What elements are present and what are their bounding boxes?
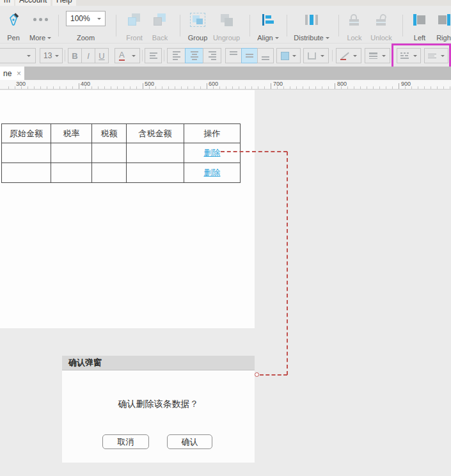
line-color-button[interactable] (336, 48, 361, 63)
ruler-tick-label: 800 (337, 81, 347, 87)
fill-color-swatch-icon (281, 52, 289, 60)
align-label: Align (257, 34, 278, 42)
chevron-down-icon (326, 37, 329, 39)
font-size-value: 13 (44, 51, 52, 60)
table-cell (2, 143, 51, 163)
bring-to-front-icon (127, 11, 141, 28)
more-dots-icon (32, 11, 49, 28)
align-right-edge-button[interactable]: Right (434, 11, 451, 42)
zoom-dropdown[interactable]: 100% (66, 11, 106, 26)
ruler-tick-label: 500 (145, 81, 154, 87)
menu-item-help[interactable]: Help (52, 0, 76, 6)
line-width-button[interactable] (365, 48, 390, 63)
tax-table[interactable]: 原始金额 税率 税额 含税金额 操作 删除 删除 (1, 123, 241, 183)
align-text-right-button[interactable] (203, 48, 221, 63)
ungroup-label: Ungroup (213, 34, 240, 42)
bold-button[interactable]: B (68, 48, 82, 63)
chevron-down-icon (275, 37, 279, 39)
list-style-button[interactable] (145, 48, 162, 63)
column-header: 税额 (92, 124, 127, 143)
toolbar-separator (332, 50, 333, 61)
ruler-tick-label: 700 (273, 81, 283, 87)
delete-link[interactable]: 删除 (204, 168, 221, 177)
zoom-label: Zoom (77, 34, 95, 42)
ruler-tick-label: 400 (81, 81, 90, 87)
toolbar-separator (287, 15, 287, 36)
design-canvas[interactable]: 原始金额 税率 税额 含税金额 操作 删除 删除 确认弹窗 (0, 90, 451, 476)
left-label: Left (414, 34, 425, 42)
table-cell (127, 163, 184, 183)
chevron-down-icon (413, 55, 417, 57)
menu-item-account[interactable]: Account (15, 0, 51, 6)
more-tool-button[interactable]: More (27, 11, 54, 42)
chevron-down-icon (55, 55, 59, 57)
ruler-tick-label: 300 (16, 81, 26, 87)
font-color-icon: A (119, 51, 125, 61)
confirm-button[interactable]: 确认 (167, 434, 212, 449)
front-label: Front (126, 34, 143, 42)
cancel-button[interactable]: 取消 (102, 434, 149, 449)
format-toolbar: al 13 B I U A (0, 43, 451, 67)
menubar: m Account Help (0, 0, 451, 6)
chevron-down-icon (353, 55, 357, 57)
table-cell (127, 143, 184, 163)
font-color-button[interactable]: A (115, 48, 140, 63)
ruler-tick-label: 900 (401, 81, 411, 87)
toolbar-separator (65, 50, 65, 61)
dialog-titlebar[interactable]: 确认弹窗 (62, 356, 255, 370)
distribute-dropdown-button[interactable]: Distribute (292, 11, 331, 42)
column-header: 操作 (184, 124, 241, 143)
unlock-label: Unlock (370, 34, 392, 42)
chevron-down-icon (382, 55, 386, 57)
table-cell (92, 143, 127, 163)
distribute-icon (305, 11, 318, 28)
send-to-back-button[interactable]: Back (148, 11, 171, 42)
align-left-edge-button[interactable]: Left (409, 11, 430, 42)
toolbar-separator (142, 50, 143, 61)
column-header: 税率 (51, 124, 92, 143)
pen-tool-button[interactable]: Pen (4, 11, 23, 42)
font-family-select[interactable]: al (0, 48, 36, 63)
line-style-button[interactable] (424, 48, 448, 63)
align-text-right-icon (209, 51, 216, 60)
align-right-icon (438, 11, 451, 28)
font-size-select[interactable]: 13 (40, 48, 63, 63)
fill-color-button[interactable] (276, 48, 301, 63)
group-icon (190, 11, 205, 28)
bullet-list-icon (150, 52, 157, 59)
pen-icon (6, 11, 20, 28)
group-button[interactable]: Group (185, 11, 210, 42)
lock-label: Lock (347, 34, 361, 42)
table-cell (51, 143, 92, 163)
align-text-middle-button[interactable] (241, 48, 258, 63)
underline-button[interactable]: U (95, 48, 109, 63)
table-cell: 删除 (184, 143, 241, 163)
chevron-down-icon (97, 18, 101, 20)
border-style-button[interactable] (303, 48, 329, 63)
tab-home[interactable]: ne × (0, 67, 24, 80)
chevron-down-icon (47, 37, 51, 39)
align-text-center-button[interactable] (185, 48, 203, 63)
unlock-button[interactable]: Unlock (368, 11, 394, 42)
lock-button[interactable]: Lock (344, 11, 365, 42)
table-cell: 删除 (184, 163, 241, 183)
ungroup-icon (219, 11, 233, 28)
more-label: More (29, 34, 51, 42)
arrow-style-button[interactable] (397, 48, 421, 63)
toolbar-separator (180, 15, 180, 36)
align-text-top-button[interactable] (225, 48, 242, 63)
close-icon[interactable]: × (17, 70, 21, 77)
menu-item[interactable]: m (0, 0, 14, 6)
table-row: 删除 (2, 163, 241, 183)
pen-label: Pen (7, 34, 20, 42)
chevron-down-icon (441, 55, 445, 57)
delete-link[interactable]: 删除 (204, 148, 221, 157)
group-label: Group (188, 34, 208, 42)
align-text-left-button[interactable] (167, 48, 186, 63)
italic-button[interactable]: I (81, 48, 95, 63)
align-dropdown-button[interactable]: Align (255, 11, 281, 42)
column-header: 原始金额 (2, 124, 51, 143)
bring-to-front-button[interactable]: Front (123, 11, 146, 42)
align-text-bottom-button[interactable] (257, 48, 274, 63)
ungroup-button[interactable]: Ungroup (211, 11, 242, 42)
